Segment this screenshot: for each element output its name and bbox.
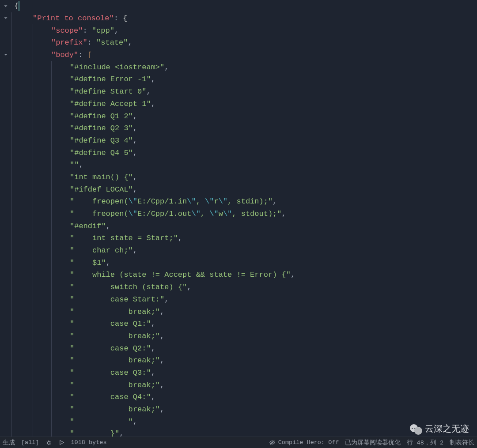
- code-line[interactable]: " case Q2:",: [11, 342, 477, 354]
- code-line[interactable]: " case Q1:",: [11, 318, 477, 330]
- fold-marker: [0, 400, 11, 412]
- status-compile-hero-label: Compile Hero: Off: [278, 439, 339, 446]
- code-line[interactable]: " while (state != Accept && state != Err…: [11, 269, 477, 281]
- code-line[interactable]: "#endif",: [11, 220, 477, 232]
- fold-marker: [0, 133, 11, 145]
- status-compile-hero[interactable]: Compile Hero: Off: [269, 439, 339, 446]
- code-line[interactable]: "#define Start 0",: [11, 86, 477, 98]
- code-line[interactable]: "body": [: [11, 49, 477, 61]
- code-line[interactable]: " break;",: [11, 379, 477, 391]
- fold-marker: [0, 85, 11, 97]
- fold-marker: [0, 424, 11, 436]
- status-cursor-position[interactable]: 行 48，列 2: [407, 439, 443, 447]
- code-line[interactable]: "scope": "cpp",: [11, 24, 477, 37]
- fold-marker[interactable]: [0, 12, 11, 24]
- code-line[interactable]: " case Q3:",: [11, 367, 477, 379]
- code-line[interactable]: {: [11, 0, 477, 12]
- fold-marker: [0, 339, 11, 351]
- code-line[interactable]: "#ifdef LOCAL",: [11, 183, 477, 196]
- code-line[interactable]: " case Start:",: [11, 294, 477, 306]
- fold-marker: [0, 352, 11, 364]
- status-tab-size[interactable]: 制表符长: [450, 439, 474, 447]
- code-line[interactable]: "#include <iostream>",: [11, 61, 477, 73]
- code-line[interactable]: " $1",: [11, 256, 477, 269]
- code-line[interactable]: " break;",: [11, 354, 477, 367]
- code-line[interactable]: "#define Q1 2",: [11, 110, 477, 122]
- code-line[interactable]: " freopen(\"E:/Cpp/1.out\", \"w\", stdou…: [11, 208, 477, 220]
- code-line[interactable]: " case Q4:",: [11, 391, 477, 403]
- fold-marker: [0, 109, 11, 121]
- fold-marker: [0, 36, 11, 48]
- fold-marker: [0, 218, 11, 230]
- fold-marker: [0, 146, 11, 158]
- status-screen-reader[interactable]: 已为屏幕阅读器优化: [345, 439, 401, 447]
- fold-marker: [0, 206, 11, 218]
- status-debug-button[interactable]: [45, 439, 52, 446]
- status-run-button[interactable]: [58, 439, 65, 446]
- code-line[interactable]: " char ch;",: [11, 245, 477, 257]
- fold-marker: [0, 328, 11, 339]
- code-line[interactable]: " freopen(\"E:/Cpp/1.in\", \"r\", stdin)…: [11, 196, 477, 208]
- fold-marker: [0, 376, 11, 388]
- fold-marker: [0, 230, 11, 242]
- code-line[interactable]: " switch (state) {",: [11, 281, 477, 294]
- eye-off-icon: [269, 439, 276, 446]
- fold-marker: [0, 303, 11, 315]
- text-cursor: [19, 1, 19, 11]
- bug-icon: [45, 439, 52, 446]
- code-line[interactable]: " int state = Start;",: [11, 232, 477, 245]
- fold-marker: [0, 121, 11, 133]
- fold-marker: [0, 388, 11, 400]
- status-generate[interactable]: 生成: [3, 439, 15, 447]
- code-line[interactable]: "#define Error -1",: [11, 73, 477, 86]
- fold-marker: [0, 97, 11, 109]
- fold-marker: [0, 315, 11, 327]
- fold-marker: [0, 170, 11, 182]
- fold-marker: [0, 24, 11, 36]
- fold-marker: [0, 412, 11, 424]
- code-line[interactable]: "int main() {",: [11, 171, 477, 184]
- code-line[interactable]: " ",: [11, 415, 477, 428]
- editor-pane: {"Print to console": {"scope": "cpp","pr…: [0, 0, 477, 437]
- fold-marker[interactable]: [0, 49, 11, 60]
- fold-marker: [0, 158, 11, 169]
- code-line[interactable]: "#define Q2 3",: [11, 122, 477, 135]
- fold-gutter: [0, 0, 11, 437]
- fold-marker: [0, 242, 11, 254]
- status-bar: 生成 [all] 1018 bytes Compile Hero: Off 已为…: [0, 437, 477, 448]
- fold-marker: [0, 364, 11, 376]
- fold-marker: [0, 279, 11, 291]
- fold-marker: [0, 73, 11, 85]
- code-line[interactable]: "Print to console": {: [11, 12, 477, 25]
- status-file-size[interactable]: 1018 bytes: [71, 439, 107, 446]
- fold-marker: [0, 255, 11, 267]
- code-line[interactable]: "",: [11, 159, 477, 171]
- fold-marker: [0, 182, 11, 194]
- status-scope-all[interactable]: [all]: [21, 439, 39, 446]
- code-line[interactable]: " break;",: [11, 330, 477, 343]
- code-line[interactable]: "prefix": "state",: [11, 37, 477, 49]
- code-line[interactable]: "#define Accept 1",: [11, 98, 477, 110]
- code-line[interactable]: " break;",: [11, 403, 477, 416]
- fold-marker: [0, 60, 11, 72]
- code-line[interactable]: " break;",: [11, 305, 477, 318]
- fold-marker[interactable]: [0, 0, 11, 12]
- svg-point-0: [47, 441, 50, 444]
- fold-marker: [0, 267, 11, 279]
- fold-marker: [0, 291, 11, 303]
- code-area[interactable]: {"Print to console": {"scope": "cpp","pr…: [11, 0, 477, 437]
- play-icon: [58, 439, 65, 446]
- code-line[interactable]: "#define Q3 4",: [11, 135, 477, 147]
- code-line[interactable]: "#define Q4 5",: [11, 147, 477, 159]
- fold-marker: [0, 194, 11, 206]
